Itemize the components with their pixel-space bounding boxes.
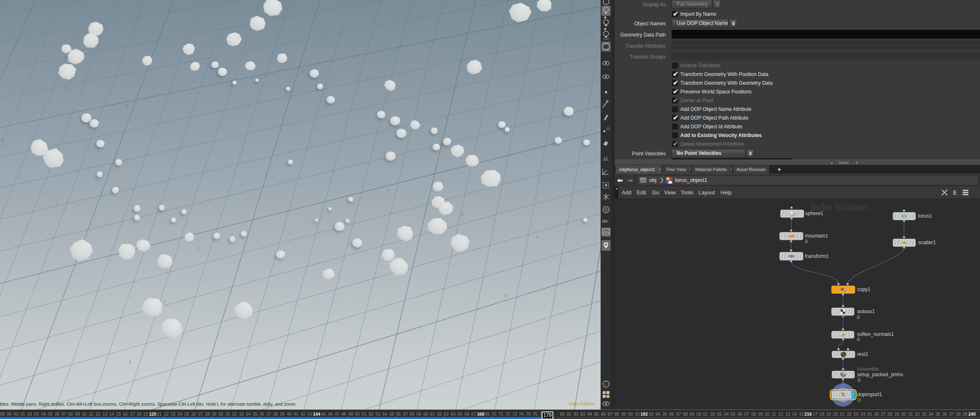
svg-text:12: 12 (606, 127, 610, 130)
svg-text:12: 12 (604, 156, 608, 160)
svg-text:abc: abc (602, 219, 609, 223)
svg-text:i: i (605, 382, 606, 387)
